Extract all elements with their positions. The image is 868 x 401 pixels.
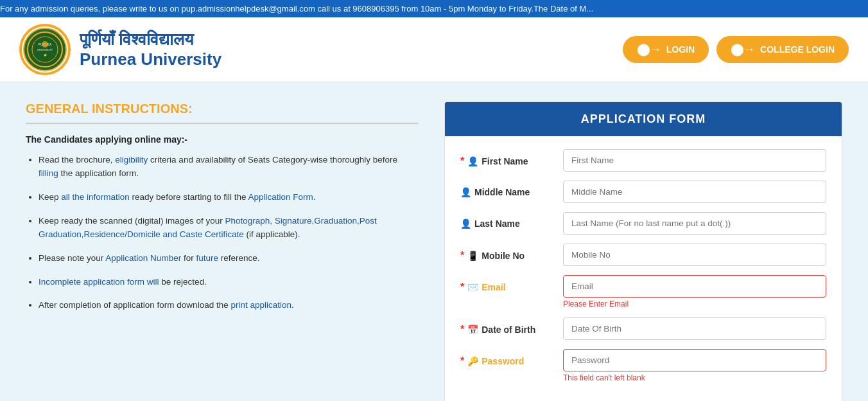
- list-item: Please note your Application Number for …: [39, 252, 419, 265]
- required-star: *: [460, 355, 464, 367]
- university-logo: PURNEA UNIVERSITY ⭐: [19, 24, 71, 75]
- ticker-text: For any admission queries, please write …: [0, 4, 593, 13]
- required-star: *: [460, 156, 464, 167]
- password-field: This field can't left blank: [563, 349, 826, 382]
- mobile-input[interactable]: [563, 244, 826, 266]
- last-name-label: 👤 Last Name: [460, 212, 563, 229]
- svg-point-4: [42, 41, 48, 48]
- dob-field: [563, 317, 826, 340]
- email-row: * ✉️ Email Please Enter Email: [460, 275, 826, 308]
- middle-name-label: 👤 Middle Name: [460, 181, 563, 197]
- form-card: APPLICATION FORM * 👤 First Name: [444, 102, 842, 401]
- middle-name-input[interactable]: [563, 181, 826, 203]
- mobile-icon: 📱: [467, 251, 478, 261]
- dob-row: * 📅 Date of Birth: [460, 317, 826, 340]
- email-label: * ✉️ Email: [460, 275, 563, 293]
- password-row: * 🔑 Password This field can't left blank: [460, 349, 826, 382]
- password-label: * 🔑 Password: [460, 349, 563, 367]
- password-error: This field can't left blank: [563, 373, 826, 382]
- email-field: Please Enter Email: [563, 275, 826, 308]
- email-input[interactable]: [563, 275, 826, 298]
- main-content: GENERAL INSTRUCTIONS: The Candidates app…: [0, 82, 868, 401]
- login-icon: ⬤→: [637, 42, 661, 57]
- college-login-button[interactable]: ⬤→ COLLEGE LOGIN: [716, 36, 849, 63]
- university-english-name: Purnea University: [80, 49, 221, 69]
- instructions-list: Read the brochure, eligibility criteria …: [26, 154, 419, 312]
- form-header: APPLICATION FORM: [445, 102, 842, 136]
- instructions-divider: [26, 123, 419, 124]
- list-item: Keep all the information ready before st…: [39, 191, 419, 204]
- svg-text:UNIVERSITY: UNIVERSITY: [37, 48, 53, 51]
- person-icon: 👤: [467, 156, 478, 166]
- application-form-panel: APPLICATION FORM * 👤 First Name: [444, 102, 842, 401]
- first-name-label: * 👤 First Name: [460, 149, 563, 167]
- password-input[interactable]: [563, 349, 826, 371]
- dob-input[interactable]: [563, 317, 826, 340]
- header-left: PURNEA UNIVERSITY ⭐ पूर्णियाँ विश्वविद्य…: [19, 24, 221, 75]
- university-hindi-name: पूर्णियाँ विश्वविद्यालय: [80, 30, 221, 49]
- college-login-icon: ⬤→: [731, 42, 755, 57]
- middle-name-row: 👤 Middle Name: [460, 181, 826, 203]
- list-item: Incomplete application form will be reje…: [39, 276, 419, 289]
- header: PURNEA UNIVERSITY ⭐ पूर्णियाँ विश्वविद्य…: [0, 17, 868, 82]
- instructions-title: GENERAL INSTRUCTIONS:: [26, 102, 419, 116]
- email-icon: ✉️: [467, 282, 478, 292]
- calendar-icon: 📅: [467, 325, 478, 335]
- person-icon: 👤: [460, 218, 471, 229]
- form-body: * 👤 First Name 👤 Middle Name: [445, 136, 842, 401]
- logo-inner: PURNEA UNIVERSITY ⭐: [23, 28, 67, 71]
- ticker-bar: For any admission queries, please write …: [0, 0, 868, 17]
- instructions-panel: GENERAL INSTRUCTIONS: The Candidates app…: [26, 102, 444, 401]
- last-name-row: 👤 Last Name: [460, 212, 826, 235]
- list-item: Read the brochure, eligibility criteria …: [39, 154, 419, 181]
- first-name-input[interactable]: [563, 149, 826, 172]
- email-error: Please Enter Email: [563, 299, 826, 308]
- list-item: Keep ready the scanned (digital) images …: [39, 215, 419, 242]
- mobile-row: * 📱 Mobile No: [460, 244, 826, 266]
- last-name-input[interactable]: [563, 212, 826, 235]
- university-name: पूर्णियाँ विश्वविद्यालय Purnea Universit…: [80, 30, 221, 69]
- login-button[interactable]: ⬤→ LOGIN: [623, 36, 709, 63]
- first-name-row: * 👤 First Name: [460, 149, 826, 172]
- instructions-subtitle: The Candidates applying online may:-: [26, 134, 419, 145]
- required-star: *: [460, 250, 464, 262]
- header-buttons: ⬤→ LOGIN ⬤→ COLLEGE LOGIN: [623, 36, 849, 63]
- required-star: *: [460, 281, 464, 293]
- last-name-field: [563, 212, 826, 235]
- mobile-label: * 📱 Mobile No: [460, 244, 563, 262]
- required-star: *: [460, 324, 464, 335]
- middle-name-field: [563, 181, 826, 203]
- key-icon: 🔑: [467, 356, 478, 366]
- svg-text:⭐: ⭐: [44, 53, 47, 57]
- person-icon: 👤: [460, 187, 471, 197]
- mobile-field: [563, 244, 826, 266]
- dob-label: * 📅 Date of Birth: [460, 317, 563, 335]
- list-item: After completion of application form dow…: [39, 299, 419, 312]
- first-name-field: [563, 149, 826, 172]
